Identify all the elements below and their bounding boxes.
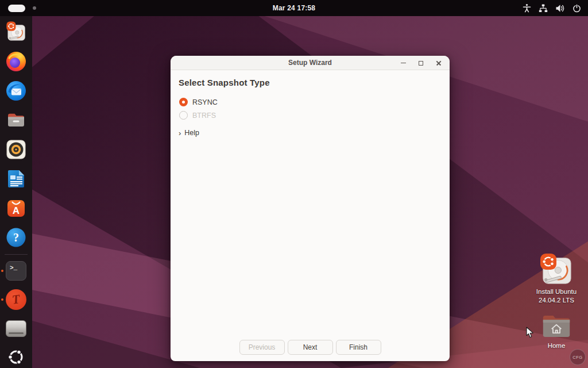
wizard-footer: Previous Next Finish — [171, 340, 450, 355]
desktop-icon-home[interactable]: Home — [536, 313, 577, 350]
running-indicator-dot — [1, 298, 3, 301]
close-icon[interactable] — [435, 59, 443, 67]
accessibility-icon[interactable] — [523, 3, 531, 13]
previous-button: Previous — [239, 340, 285, 355]
help-icon: ? — [5, 227, 27, 248]
maximize-icon[interactable] — [417, 59, 425, 67]
dock-item-libreoffice-writer[interactable] — [5, 168, 27, 190]
page-title: Select Snapshot Type — [179, 78, 442, 87]
home-folder-icon — [541, 313, 571, 340]
install-ubuntu-label-line2: 24.04.2 LTS — [539, 296, 574, 305]
watermark-text: CFG — [572, 355, 582, 360]
dock-item-firefox[interactable] — [5, 51, 27, 72]
terminal-icon: >_ — [6, 261, 26, 281]
dock: A ? >_ T — [0, 16, 32, 368]
desktop-icon-install-ubuntu[interactable]: Install Ubuntu 24.04.2 LTS — [528, 254, 585, 305]
dock-item-files[interactable] — [5, 109, 27, 131]
wired-network-icon[interactable] — [539, 4, 548, 13]
thunderbird-icon — [5, 80, 27, 102]
chevron-right-icon: › — [179, 129, 181, 137]
radio-option-btrfs: BTRFS — [179, 111, 442, 120]
finish-button[interactable]: Finish — [336, 340, 381, 355]
dock-separator — [5, 254, 28, 255]
install-ubuntu-label-line1: Install Ubuntu — [536, 288, 577, 296]
radio-label-rsync: RSYNC — [192, 98, 218, 106]
help-expander[interactable]: › Help — [179, 129, 442, 137]
install-ubuntu-icon — [539, 254, 574, 286]
ubuntu-show-apps-icon — [6, 347, 26, 367]
minimize-icon[interactable] — [399, 59, 407, 67]
wizard-content: Select Snapshot Type RSYNC BTRFS › Help — [171, 70, 450, 137]
disks-icon — [6, 320, 26, 337]
next-button[interactable]: Next — [288, 340, 333, 355]
window-controls — [399, 56, 443, 70]
writer-icon — [5, 168, 27, 190]
dock-item-help[interactable]: ? — [5, 227, 27, 248]
running-indicator-dot — [1, 270, 3, 272]
dock-item-show-apps[interactable] — [5, 347, 27, 368]
dock-item-timeshift[interactable]: T — [5, 289, 27, 310]
inactive-workspace-dot[interactable] — [33, 6, 36, 10]
dock-item-app-center[interactable]: A — [5, 197, 27, 219]
svg-text:?: ? — [13, 231, 19, 244]
dock-item-disks[interactable] — [5, 318, 27, 339]
firefox-icon — [5, 51, 27, 72]
radio-label-btrfs: BTRFS — [192, 112, 216, 120]
timeshift-icon: T — [6, 289, 26, 310]
window-titlebar[interactable]: Setup Wizard — [171, 56, 450, 70]
rhythmbox-icon — [5, 139, 27, 160]
ubuntu-desktop-screen: Mar 24 17:58 — [0, 0, 588, 368]
system-status-area[interactable] — [523, 3, 588, 13]
active-workspace-pill[interactable] — [8, 5, 25, 12]
dock-item-rhythmbox[interactable] — [5, 139, 27, 160]
workspace-indicator[interactable] — [0, 5, 36, 12]
radio-selected-icon[interactable] — [179, 98, 188, 106]
radio-disabled-icon — [179, 111, 188, 120]
mouse-cursor — [526, 327, 534, 340]
setup-wizard-window: Setup Wizard Select Snapshot Type RSYNC … — [171, 56, 450, 361]
help-expander-label: Help — [184, 129, 199, 137]
installer-disk-icon — [5, 21, 27, 43]
cfg-watermark-badge: CFG — [570, 349, 586, 365]
volume-icon[interactable] — [555, 4, 565, 13]
app-center-icon: A — [5, 197, 27, 219]
dock-item-thunderbird[interactable] — [5, 80, 27, 102]
dock-item-terminal[interactable]: >_ — [5, 260, 27, 282]
home-label: Home — [548, 342, 566, 350]
dock-item-ubuntu-installer[interactable] — [5, 21, 27, 43]
window-title: Setup Wizard — [288, 59, 332, 67]
clock[interactable]: Mar 24 17:58 — [273, 4, 315, 12]
power-icon[interactable] — [572, 4, 581, 13]
files-folder-icon — [5, 109, 27, 131]
top-bar: Mar 24 17:58 — [0, 0, 588, 16]
svg-text:A: A — [13, 205, 20, 216]
radio-option-rsync[interactable]: RSYNC — [179, 98, 442, 106]
